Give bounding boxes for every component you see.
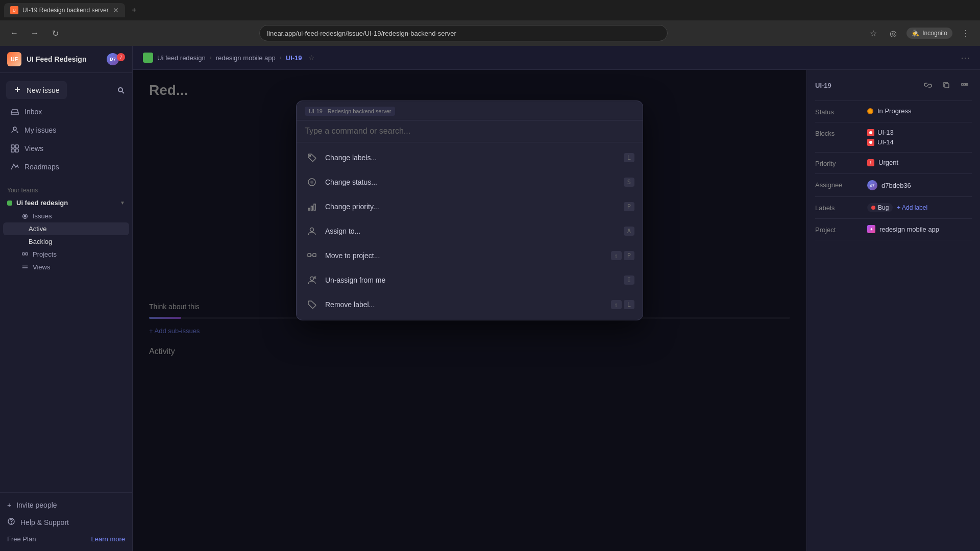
labels-label: Labels — [815, 203, 861, 212]
tab-title: UI-19 Redesign backend server — [22, 7, 109, 14]
assignee-value[interactable]: d7 d7bdeb36 — [867, 180, 911, 190]
inbox-label: Inbox — [24, 108, 42, 116]
notification-badge: 7 — [117, 53, 125, 61]
svg-point-35 — [869, 131, 872, 134]
labels-value[interactable]: Bug + Add label — [867, 203, 927, 212]
sidebar-item-my-issues[interactable]: My issues — [3, 121, 129, 139]
menu-button[interactable]: ⋮ — [958, 25, 974, 41]
close-tab-button[interactable]: ✕ — [113, 6, 119, 14]
status-value[interactable]: In Progress — [867, 107, 911, 115]
assign-icon — [305, 224, 319, 238]
url-text: linear.app/ui-feed-redesign/issue/UI-19/… — [267, 30, 456, 37]
remove-label-icon — [305, 297, 319, 312]
learn-more-link[interactable]: Learn more — [91, 535, 125, 543]
breadcrumb-team[interactable]: Ui feed redesign — [157, 54, 206, 62]
cp-item-remove-label[interactable]: Remove label... ⇧ L — [297, 292, 643, 317]
team-sub-projects[interactable]: Projects — [3, 248, 129, 261]
project-icon: ✦ — [867, 225, 875, 233]
svg-point-28 — [310, 277, 314, 281]
search-button[interactable] — [113, 82, 129, 98]
priority-value[interactable]: ! Urgent — [867, 159, 898, 166]
teams-section-label: Your teams — [0, 181, 132, 196]
team-sub-active[interactable]: Active — [3, 222, 129, 235]
svg-rect-6 — [11, 145, 14, 148]
assignee-avatar: d7 — [867, 180, 877, 190]
priority-row: Priority ! Urgent — [815, 153, 972, 174]
cp-item-assign-to[interactable]: Assign to... A — [297, 219, 643, 243]
cp-search-input[interactable] — [305, 127, 634, 136]
svg-point-24 — [310, 228, 314, 232]
back-button[interactable]: ← — [6, 25, 22, 41]
plus-icon — [13, 85, 21, 95]
svg-point-20 — [310, 181, 313, 184]
forward-button[interactable]: → — [27, 25, 43, 41]
team-row[interactable]: Ui feed redesign ▼ — [0, 196, 132, 210]
block-item-ui14[interactable]: UI-14 — [867, 138, 894, 146]
issue-body: Red... UI-19 - Redesign backend server — [133, 70, 806, 551]
svg-line-3 — [122, 91, 125, 93]
breadcrumb-project[interactable]: redesign mobile app — [216, 54, 276, 62]
priority-text: Urgent — [878, 159, 898, 166]
cp-shortcut: L — [624, 153, 634, 162]
help-icon — [7, 517, 15, 527]
rp-issue-id: UI-19 — [815, 82, 831, 89]
projects-icon — [21, 251, 29, 258]
sidebar-item-inbox[interactable]: Inbox — [3, 103, 129, 120]
svg-rect-9 — [15, 149, 18, 152]
cp-item-move-to-project[interactable]: Move to project... ⇧ P — [297, 243, 643, 268]
svg-point-36 — [869, 141, 872, 144]
svg-point-5 — [13, 127, 16, 130]
blocks-row: Blocks UI-13 UI-14 — [815, 122, 972, 153]
cp-item-unassign-me[interactable]: Un-assign from me I — [297, 268, 643, 292]
status-text: In Progress — [877, 107, 911, 115]
unassign-icon — [305, 273, 319, 287]
svg-rect-26 — [313, 254, 316, 257]
svg-rect-21 — [308, 208, 310, 210]
cp-item-change-status[interactable]: Change status... S — [297, 170, 643, 194]
cp-item-change-labels[interactable]: Change labels... L — [297, 145, 643, 170]
help-label: Help & Support — [20, 518, 69, 527]
extensions-button[interactable]: ◎ — [885, 25, 901, 41]
project-row: Project ✦ redesign mobile app — [815, 219, 972, 240]
project-move-icon — [305, 248, 319, 263]
copy-link-button[interactable] — [921, 78, 935, 92]
more-options-button[interactable] — [958, 78, 972, 92]
team-sub-backlog[interactable]: Backlog — [3, 235, 129, 248]
reload-button[interactable]: ↻ — [47, 25, 63, 41]
team-sub-issues[interactable]: Issues — [3, 210, 129, 222]
invite-label: Invite people — [16, 501, 57, 509]
project-value[interactable]: ✦ redesign mobile app — [867, 225, 939, 233]
main-content: Ui feed redesign › redesign mobile app ›… — [133, 46, 980, 551]
workspace-name: UI Feed Redesign — [27, 55, 86, 63]
help-support-button[interactable]: Help & Support — [0, 513, 132, 531]
active-label: Active — [29, 225, 46, 233]
team-sub-views[interactable]: Views — [3, 261, 129, 273]
command-palette-overlay[interactable]: UI-19 - Redesign backend server C — [133, 70, 806, 551]
address-bar[interactable]: linear.app/ui-feed-redesign/issue/UI-19/… — [259, 25, 668, 41]
cp-item-label: Move to project... — [325, 252, 605, 260]
invite-people-button[interactable]: + Invite people — [0, 497, 132, 513]
duplicate-button[interactable] — [939, 78, 953, 92]
sidebar-item-roadmaps[interactable]: Roadmaps — [3, 158, 129, 176]
star-button[interactable]: ☆ — [308, 54, 315, 62]
labels-row: Labels Bug + Add label — [815, 197, 972, 219]
views-label: Views — [24, 144, 43, 153]
cp-context-label: UI-19 - Redesign backend server — [305, 107, 395, 116]
new-tab-button[interactable]: + — [127, 3, 141, 17]
add-label-button[interactable]: + Add label — [897, 204, 927, 211]
block-item-ui13[interactable]: UI-13 — [867, 129, 894, 136]
team-color-dot — [7, 201, 12, 206]
cp-shortcut: P — [624, 202, 634, 211]
cp-item-change-priority[interactable]: Change priority... P — [297, 194, 643, 219]
new-issue-button[interactable]: New issue — [6, 81, 67, 99]
browser-chrome: U UI-19 Redesign backend server ✕ + ← → … — [0, 0, 980, 46]
svg-rect-32 — [962, 84, 963, 85]
sidebar-item-views[interactable]: Views — [3, 140, 129, 157]
bookmark-button[interactable]: ☆ — [870, 29, 877, 38]
workspace-header[interactable]: UF UI Feed Redesign — [7, 52, 86, 66]
active-tab[interactable]: U UI-19 Redesign backend server ✕ — [4, 3, 125, 17]
more-options-button[interactable]: ⋯ — [961, 52, 970, 63]
svg-point-17 — [11, 523, 12, 524]
block-issue-id: UI-13 — [877, 129, 894, 136]
cp-search-area[interactable] — [297, 120, 643, 142]
